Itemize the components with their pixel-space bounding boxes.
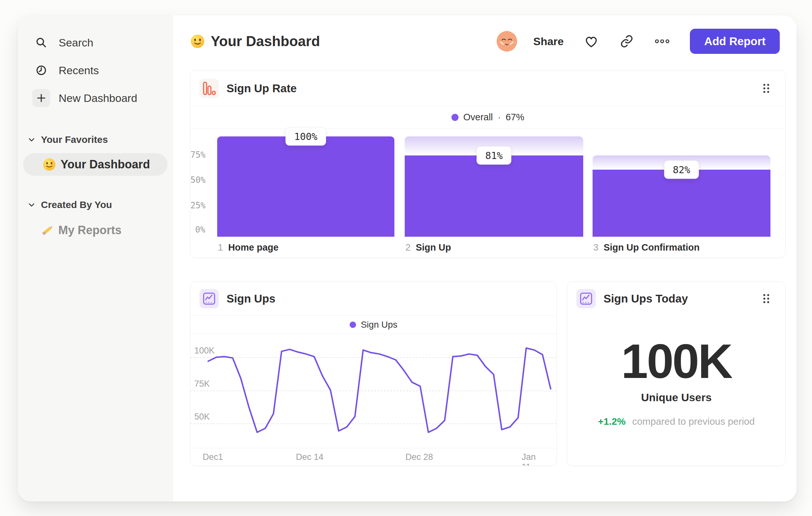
legend-value: 67% (505, 112, 524, 123)
drag-handle-icon[interactable] (761, 83, 771, 94)
step-index: 2 (405, 242, 410, 253)
y-axis-tick: 0% (191, 225, 205, 235)
metric-delta: +1.2% compared to previous period (568, 416, 785, 427)
y-axis-tick: 25% (191, 200, 205, 210)
sign-up-rate-card: Sign Up Rate Overall · 67% (190, 70, 786, 258)
drag-handle-icon[interactable] (761, 293, 771, 304)
chevron-down-icon (27, 200, 36, 209)
line-chart-icon (199, 289, 219, 308)
plus-icon (32, 89, 50, 107)
sidebar-section-your-favorites[interactable]: Your Favorites (18, 133, 173, 146)
funnel-bar-1[interactable] (217, 136, 395, 237)
sidebar-item-label: Search (59, 36, 93, 49)
legend-dot (452, 114, 459, 121)
sidebar-section-created-by-you[interactable]: Created By You (18, 198, 173, 211)
sidebar-item-search[interactable]: Search (18, 30, 173, 55)
app-window: Search Recents New Dashboard (18, 16, 796, 501)
pencil-emoji-icon (40, 223, 54, 237)
card-title: Sign Ups (227, 292, 276, 305)
line-chart: 100K 75K 50K Dec1 Dec 14 Dec 28 Jan 11 (191, 334, 556, 466)
legend-dot (350, 322, 356, 328)
y-axis-tick: 75% (191, 150, 205, 160)
card-title: Sign Ups Today (604, 292, 688, 305)
step-name: Sign Up Confirmation (604, 242, 700, 253)
sign-ups-card: Sign Ups Sign Ups 100K 75K 50K (190, 281, 557, 466)
funnel-label-1: 1 Home page (218, 242, 279, 253)
funnel-label-2: 2 Sign Up (405, 242, 451, 253)
section-label: Created By You (41, 199, 112, 210)
y-axis-tick: 50% (191, 175, 205, 185)
x-axis-tick: Dec1 (203, 452, 223, 462)
search-icon (32, 33, 50, 52)
sidebar-item-your-dashboard[interactable]: Your Dashboard (23, 153, 168, 176)
smiley-emoji-icon (42, 158, 56, 171)
x-axis-tick: Dec 28 (405, 452, 433, 462)
delta-percent: +1.2% (598, 416, 626, 427)
chevron-down-icon (27, 135, 36, 144)
sidebar-item-label: Recents (59, 64, 99, 77)
funnel-tooltip-1: 100% (286, 127, 326, 146)
sidebar-item-my-reports[interactable]: My Reports (18, 218, 173, 242)
delta-note: compared to previous period (632, 416, 755, 427)
dashboard-content: Sign Up Rate Overall · 67% (190, 16, 786, 501)
sidebar-item-label: Your Dashboard (61, 158, 150, 171)
funnel-tooltip-2: 81% (476, 146, 511, 165)
legend-separator: · (498, 112, 501, 123)
line-chart-icon (576, 289, 596, 308)
funnel-chart: 75% 50% 25% 0% 100% 81% 82% 1 Home page … (191, 129, 785, 258)
bar-chart-icon (199, 79, 219, 98)
signups-line-svg (191, 334, 556, 466)
sidebar: Search Recents New Dashboard (18, 16, 173, 501)
funnel-tooltip-3: 82% (664, 160, 699, 179)
card-header: Sign Up Rate (191, 71, 785, 106)
sidebar-item-new-dashboard[interactable]: New Dashboard (18, 86, 173, 110)
section-label: Your Favorites (41, 134, 108, 145)
signups-line (208, 348, 551, 432)
funnel-label-3: 3 Sign Up Confirmation (593, 242, 700, 253)
x-axis-tick: Dec 14 (296, 452, 323, 462)
sidebar-item-label: New Dashboard (59, 92, 137, 105)
step-name: Sign Up (416, 242, 451, 253)
main-area: Your Dashboard Share (173, 16, 796, 501)
legend-label: Overall (463, 112, 493, 123)
funnel-legend[interactable]: Overall · 67% (191, 106, 785, 129)
x-axis-tick: Jan 11 (522, 452, 545, 466)
clock-icon (32, 61, 50, 79)
card-header: Sign Ups (191, 281, 556, 316)
step-name: Home page (228, 242, 279, 253)
metric-value: 100K (568, 337, 785, 385)
funnel-bar-3[interactable] (592, 136, 771, 237)
card-title: Sign Up Rate (227, 82, 297, 95)
sign-ups-today-card: Sign Ups Today 100K Unique Users +1.2% (567, 281, 786, 466)
step-index: 1 (218, 242, 223, 253)
sidebar-item-recents[interactable]: Recents (18, 58, 173, 83)
metric-block: 100K Unique Users +1.2% compared to prev… (568, 337, 785, 427)
line-legend[interactable]: Sign Ups (191, 316, 556, 334)
metric-label: Unique Users (568, 391, 785, 404)
sidebar-item-label: My Reports (58, 223, 121, 237)
legend-label: Sign Ups (361, 320, 398, 330)
card-header: Sign Ups Today (568, 281, 785, 316)
step-index: 3 (593, 242, 598, 253)
